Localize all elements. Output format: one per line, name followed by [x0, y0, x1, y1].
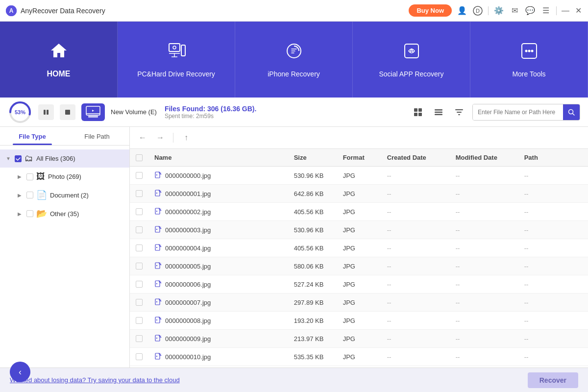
sidebar-tree: ▼ 🗂 All Files (306) ▶ 🖼 Photo (269) ▶ 📄 …	[0, 146, 129, 368]
table-row: 0000000006.jpg 527.24 KB JPG -- -- --	[130, 275, 588, 294]
minimize-button[interactable]: —	[562, 7, 569, 15]
search-submit-button[interactable]	[563, 104, 580, 121]
row-created: --	[381, 312, 450, 330]
back-arrow-button[interactable]: ←	[136, 131, 149, 145]
titlebar-left: A AnyRecover Data Recovery	[6, 5, 105, 16]
scan-device-icon: ▸	[81, 103, 105, 121]
other-checkbox[interactable]	[26, 210, 33, 217]
nav-arrows: ← → ↑	[130, 127, 588, 149]
all-files-checkbox[interactable]	[15, 155, 22, 162]
svg-rect-46	[156, 229, 157, 230]
expand-arrow: ▼	[6, 156, 12, 161]
table-row: 0000000003.jpg 530.96 KB JPG -- -- --	[130, 221, 588, 239]
tree-item-all-files[interactable]: ▼ 🗂 All Files (306)	[0, 149, 129, 168]
row-checkbox[interactable]	[136, 208, 143, 215]
forward-arrow-button[interactable]: →	[153, 131, 167, 145]
row-checkbox-cell	[130, 203, 148, 221]
close-button[interactable]: ✕	[574, 7, 582, 15]
row-path: --	[518, 221, 588, 239]
nav-item-iphone[interactable]: iPhone Recovery	[235, 22, 353, 98]
stop-button[interactable]	[60, 104, 75, 120]
select-all-checkbox[interactable]	[136, 154, 143, 161]
mail-icon[interactable]: ✉	[509, 5, 520, 16]
row-checkbox[interactable]	[136, 335, 143, 342]
row-created: --	[381, 185, 450, 203]
row-name: 0000000009.jpg	[148, 330, 288, 348]
svg-text:A: A	[410, 48, 414, 53]
up-arrow-button[interactable]: ↑	[179, 131, 193, 145]
nav-item-pc[interactable]: PC&Hard Drive Recovery	[118, 22, 235, 98]
row-size: 530.96 KB	[288, 167, 337, 185]
row-checkbox[interactable]	[136, 226, 143, 233]
expand-arrow-other: ▶	[18, 211, 24, 217]
titlebar: A AnyRecover Data Recovery Buy Now 👤 D ⚙…	[0, 0, 588, 22]
row-checkbox[interactable]	[136, 317, 143, 324]
pause-button[interactable]	[38, 104, 54, 120]
row-modified: --	[450, 348, 518, 366]
chat-icon[interactable]: 💬	[525, 5, 536, 16]
row-modified: --	[450, 167, 518, 185]
row-path: --	[518, 185, 588, 203]
svg-rect-55	[156, 283, 157, 284]
cloud-save-link[interactable]: Worried about losing data? Try saving yo…	[10, 376, 180, 384]
search-input[interactable]	[473, 104, 563, 120]
document-checkbox[interactable]	[26, 192, 33, 198]
row-path: --	[518, 294, 588, 312]
row-size: 297.89 KB	[288, 294, 337, 312]
row-checkbox-cell	[130, 185, 148, 203]
tree-label-all-files: All Files (306)	[36, 155, 75, 162]
row-checkbox-cell	[130, 239, 148, 257]
filter-button[interactable]	[452, 105, 466, 120]
discord-icon[interactable]: D	[472, 5, 483, 16]
row-checkbox[interactable]	[136, 190, 143, 197]
svg-rect-21	[65, 110, 70, 115]
row-format: JPG	[337, 221, 381, 239]
nav-pc-label: PC&Hard Drive Recovery	[137, 70, 215, 78]
row-checkbox[interactable]	[136, 299, 143, 306]
tab-file-path[interactable]: File Path	[65, 127, 129, 145]
nav-item-home[interactable]: HOME	[0, 22, 118, 98]
nav-item-more[interactable]: More Tools	[470, 22, 588, 98]
table-row: 0000000005.jpg 580.06 KB JPG -- -- --	[130, 257, 588, 275]
row-modified: --	[450, 294, 518, 312]
row-checkbox[interactable]	[136, 263, 143, 270]
row-format: JPG	[337, 257, 381, 275]
toolbar: 53% ▸ New Volume (E) Files Found: 306 (1…	[0, 98, 588, 127]
row-name: 0000000003.jpg	[148, 221, 288, 239]
nav-home-label: HOME	[47, 70, 71, 78]
progress-label: 53%	[15, 109, 25, 115]
row-created: --	[381, 294, 450, 312]
grid-view-button[interactable]	[411, 105, 425, 120]
account-icon[interactable]: 👤	[457, 5, 467, 16]
navbar: HOME PC&Hard Drive Recovery iPhone Recov…	[0, 22, 588, 98]
row-checkbox[interactable]	[136, 245, 143, 251]
col-header-created: Created Date	[381, 149, 450, 167]
row-path: --	[518, 275, 588, 294]
recover-button[interactable]: Recover	[528, 372, 578, 388]
row-modified: --	[450, 203, 518, 221]
expand-arrow-doc: ▶	[18, 193, 24, 198]
row-name: 0000000008.jpg	[148, 312, 288, 330]
col-header-path: Path	[518, 149, 588, 167]
list-view-button[interactable]	[431, 105, 446, 120]
back-circle-button[interactable]: ‹	[10, 362, 30, 382]
photo-checkbox[interactable]	[26, 173, 33, 180]
table-row: 0000000004.jpg 405.56 KB JPG -- -- --	[130, 239, 588, 257]
tab-file-type[interactable]: File Type	[0, 127, 65, 145]
settings-icon[interactable]: ⚙️	[493, 5, 504, 16]
row-checkbox[interactable]	[136, 172, 143, 179]
tree-item-other[interactable]: ▶ 📂 Other (35)	[0, 204, 129, 223]
menu-icon[interactable]: ☰	[540, 5, 551, 16]
row-created: --	[381, 167, 450, 185]
row-checkbox-cell	[130, 221, 148, 239]
row-checkbox-cell	[130, 348, 148, 366]
row-checkbox[interactable]	[136, 353, 143, 360]
tree-item-photo[interactable]: ▶ 🖼 Photo (269)	[0, 168, 129, 186]
pc-icon	[167, 41, 186, 65]
buy-now-button[interactable]: Buy Now	[409, 4, 452, 17]
tree-item-document[interactable]: ▶ 📄 Document (2)	[0, 186, 129, 204]
row-size: 405.56 KB	[288, 203, 337, 221]
row-name: 0000000006.jpg	[148, 275, 288, 294]
nav-item-social[interactable]: A Social APP Recovery	[353, 22, 470, 98]
row-checkbox[interactable]	[136, 281, 143, 288]
